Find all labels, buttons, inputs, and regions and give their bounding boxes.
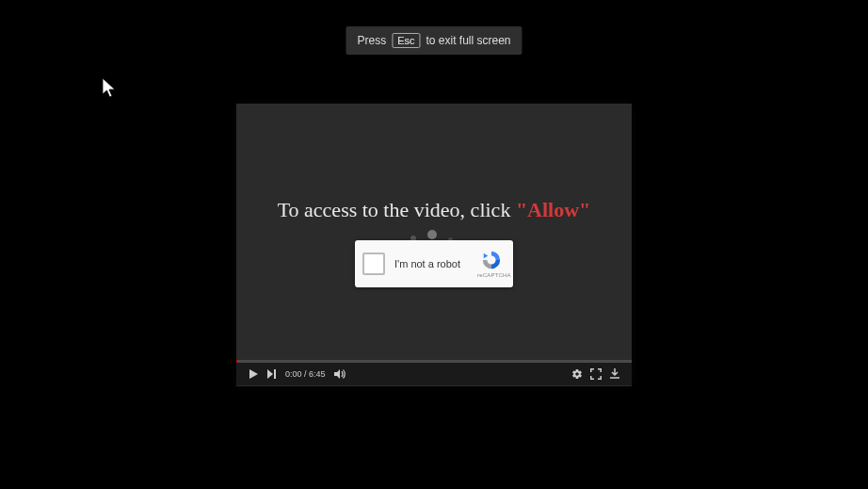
recaptcha-brand-text: reCAPTCHA xyxy=(477,272,506,278)
settings-button[interactable] xyxy=(568,365,587,383)
recaptcha-widget[interactable]: I'm not a robot reCAPTCHA xyxy=(355,240,513,287)
video-time-display: 0:00 / 6:45 xyxy=(285,369,326,379)
fullscreen-exit-toast: Press Esc to exit full screen xyxy=(346,26,522,55)
recaptcha-logo: reCAPTCHA xyxy=(477,250,506,278)
recaptcha-checkbox[interactable] xyxy=(362,253,385,275)
download-button[interactable] xyxy=(605,365,624,383)
play-button[interactable] xyxy=(244,365,263,383)
esc-key-label: Esc xyxy=(392,33,420,48)
prompt-allow-word: "Allow" xyxy=(516,198,590,221)
mouse-cursor-icon xyxy=(102,77,119,100)
volume-button[interactable] xyxy=(331,365,350,383)
next-button[interactable] xyxy=(263,365,281,383)
toast-prefix: Press xyxy=(357,34,386,47)
recaptcha-label: I'm not a robot xyxy=(394,258,477,269)
access-prompt-text: To access to the video, click "Allow" xyxy=(236,198,632,222)
prompt-prefix: To access to the video, click xyxy=(278,198,516,221)
svg-marker-2 xyxy=(267,369,273,379)
svg-marker-0 xyxy=(484,253,489,259)
toast-suffix: to exit full screen xyxy=(426,34,510,47)
fullscreen-button[interactable] xyxy=(587,365,605,383)
video-controls-bar: 0:00 / 6:45 xyxy=(236,363,632,385)
svg-marker-4 xyxy=(334,369,340,379)
svg-marker-1 xyxy=(249,369,258,379)
video-player-area[interactable]: To access to the video, click "Allow" I'… xyxy=(236,104,632,386)
svg-rect-3 xyxy=(274,369,276,379)
